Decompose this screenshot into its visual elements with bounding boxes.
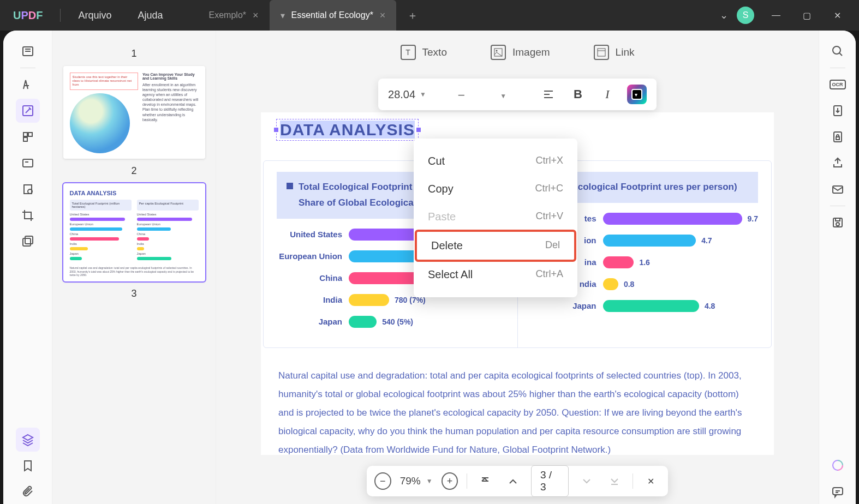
ocr-icon[interactable]: OCR xyxy=(826,73,850,97)
font-family-select[interactable]: – ▼ xyxy=(436,88,529,101)
align-button[interactable] xyxy=(539,85,558,104)
chevron-down-icon[interactable]: ▾ xyxy=(281,10,285,21)
prev-page-button[interactable] xyxy=(504,471,522,491)
image-edit-button[interactable]: Imagem xyxy=(491,45,550,60)
caption-text: Natural capital use and degradation: tot… xyxy=(263,367,772,459)
first-page-button[interactable] xyxy=(476,471,494,491)
svg-rect-17 xyxy=(833,186,843,193)
text-format-toolbar: 28.04▼ – ▼ B I ▾ xyxy=(378,79,657,110)
ctx-delete[interactable]: DeleteDel xyxy=(415,230,576,262)
next-page-button[interactable] xyxy=(577,471,596,491)
ai-icon[interactable] xyxy=(826,454,850,478)
convert-icon[interactable] xyxy=(826,99,850,123)
thumbnail-panel: 1 Students use this text together in the… xyxy=(52,31,216,504)
close-icon[interactable]: × xyxy=(253,10,259,21)
zoom-toolbar: − 79%▼ + 3 / 3 ✕ xyxy=(367,466,668,496)
add-tab-button[interactable]: ＋ xyxy=(396,8,429,23)
crop-tool[interactable] xyxy=(16,203,40,227)
svg-rect-10 xyxy=(494,49,502,56)
ctx-cut[interactable]: CutCtrl+X xyxy=(414,147,577,175)
svg-rect-16 xyxy=(836,137,839,140)
ctx-paste[interactable]: PasteCtrl+V xyxy=(414,203,577,231)
svg-rect-12 xyxy=(598,49,605,56)
menu-help[interactable]: Ajuda xyxy=(125,10,176,21)
search-icon[interactable] xyxy=(826,39,850,63)
close-toolbar-button[interactable]: ✕ xyxy=(642,471,660,491)
thumbnail-page-2[interactable]: DATA ANALYSIS Total Ecological Footprint… xyxy=(63,183,205,281)
zoom-out-button[interactable]: − xyxy=(374,472,391,490)
chat-icon[interactable] xyxy=(826,480,850,504)
text-edit-button[interactable]: T Texto xyxy=(401,45,447,60)
reader-tool[interactable] xyxy=(16,39,40,63)
protect-tool[interactable] xyxy=(16,177,40,201)
maximize-button[interactable]: ▢ xyxy=(794,4,820,26)
thumb-number: 2 xyxy=(58,165,210,177)
selected-text-box[interactable]: DATA ANALYSIS xyxy=(276,119,419,141)
ctx-copy[interactable]: CopyCtrl+C xyxy=(414,175,577,203)
image-icon xyxy=(491,45,506,60)
svg-rect-8 xyxy=(23,238,31,246)
ctx-select-all[interactable]: Select AllCtrl+A xyxy=(414,261,577,289)
titlebar: UPDF Arquivo Ajuda Exemplo* × ▾ Essentia… xyxy=(0,0,859,31)
attachment-tool[interactable] xyxy=(16,480,40,504)
pdf-page: DATA ANALYSIS CutCtrl+X CopyCtrl+C Paste… xyxy=(261,112,774,455)
organize-tool[interactable] xyxy=(16,125,40,149)
comment-tool[interactable] xyxy=(16,73,40,97)
svg-rect-3 xyxy=(28,133,32,136)
tab-label: Essential of Ecology* xyxy=(291,10,373,20)
bookmark-tool[interactable] xyxy=(16,454,40,478)
tab-bar: Exemplo* × ▾ Essential of Ecology* × ＋ xyxy=(198,0,720,31)
svg-rect-5 xyxy=(23,159,33,167)
svg-point-13 xyxy=(833,46,840,54)
color-picker-button[interactable]: ▾ xyxy=(627,85,647,104)
share-icon[interactable] xyxy=(826,151,850,175)
edit-type-toolbar: T Texto Imagem Link xyxy=(216,31,819,74)
thumbnail-page-1[interactable]: Students use this text together in their… xyxy=(63,66,205,159)
form-tool[interactable] xyxy=(16,151,40,175)
close-icon[interactable]: × xyxy=(380,10,386,21)
zoom-in-button[interactable]: + xyxy=(442,472,458,490)
link-icon xyxy=(594,45,609,60)
tab-label: Exemplo* xyxy=(209,10,246,20)
link-edit-button[interactable]: Link xyxy=(594,45,635,60)
email-icon[interactable] xyxy=(826,177,850,201)
tab-active[interactable]: ▾ Essential of Ecology* × xyxy=(270,0,397,31)
protect-icon[interactable] xyxy=(826,125,850,149)
minimize-button[interactable]: — xyxy=(763,4,789,26)
zoom-select[interactable]: 79%▼ xyxy=(400,475,433,487)
bold-button[interactable]: B xyxy=(568,85,588,104)
context-menu: CutCtrl+X CopyCtrl+C PasteCtrl+V DeleteD… xyxy=(414,139,577,297)
svg-rect-9 xyxy=(25,236,33,244)
close-button[interactable]: ✕ xyxy=(824,4,850,26)
svg-rect-4 xyxy=(23,137,27,141)
svg-rect-2 xyxy=(23,133,27,136)
separator xyxy=(60,9,61,22)
edit-tool[interactable] xyxy=(16,99,40,123)
text-icon: T xyxy=(401,45,416,60)
thumb-number: 3 xyxy=(58,288,210,299)
page-input[interactable]: 3 / 3 xyxy=(531,465,569,497)
svg-point-20 xyxy=(836,223,839,226)
save-icon[interactable] xyxy=(826,211,850,235)
menu-file[interactable]: Arquivo xyxy=(65,10,124,21)
avatar[interactable]: S xyxy=(737,7,754,24)
tab-inactive[interactable]: Exemplo* × xyxy=(198,0,270,31)
chevron-down-icon[interactable]: ⌄ xyxy=(720,9,728,21)
svg-point-11 xyxy=(496,50,497,52)
batch-tool[interactable] xyxy=(16,230,40,254)
italic-button[interactable]: I xyxy=(598,85,617,104)
svg-rect-19 xyxy=(836,218,840,221)
thumb-number: 1 xyxy=(58,48,210,59)
layers-tool[interactable] xyxy=(16,428,40,452)
right-toolbar: OCR xyxy=(819,31,856,504)
last-page-button[interactable] xyxy=(605,471,623,491)
globe-icon xyxy=(70,93,130,153)
main-area: T Texto Imagem Link 28.04▼ – ▼ B I ▾ xyxy=(216,31,819,504)
left-toolbar xyxy=(3,31,52,504)
font-size-select[interactable]: 28.04▼ xyxy=(388,88,426,101)
app-logo: UPDF xyxy=(0,9,56,22)
